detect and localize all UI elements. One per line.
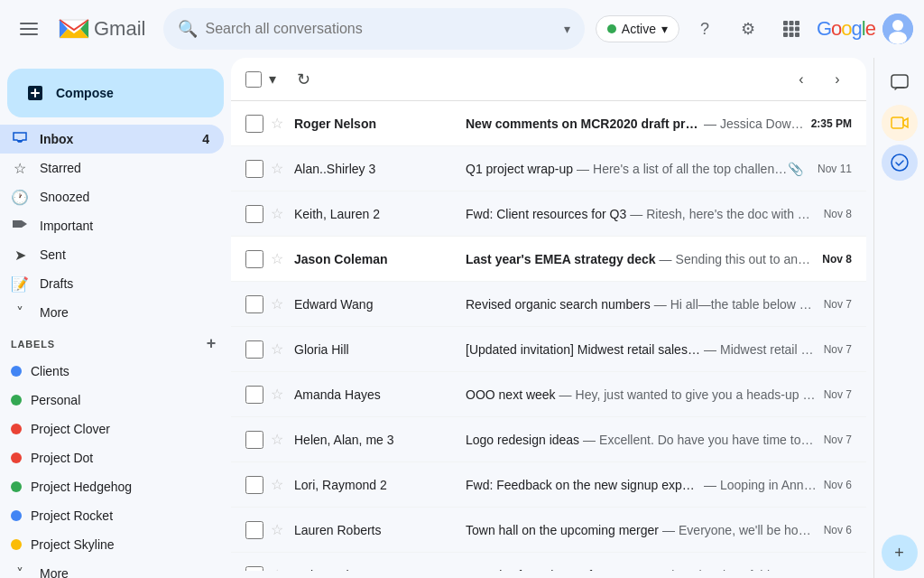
email-star-1[interactable]: ☆ bbox=[271, 160, 283, 177]
attachment-icon-1: 📎 bbox=[788, 162, 803, 176]
search-dropdown-icon[interactable]: ▾ bbox=[564, 22, 570, 36]
labels-section-header: LABELS + bbox=[0, 327, 231, 357]
email-star-0[interactable]: ☆ bbox=[271, 115, 283, 132]
help-button[interactable]: ? bbox=[687, 11, 723, 47]
email-checkbox-2[interactable] bbox=[245, 205, 263, 223]
email-snippet-7: Excellent. Do have you have time to meet… bbox=[599, 433, 817, 447]
email-checkbox-6[interactable] bbox=[245, 386, 263, 404]
email-sender-6: Amanda Hayes bbox=[294, 387, 466, 402]
email-row[interactable]: ☆ Edward Wang Revised organic search num… bbox=[231, 282, 866, 327]
select-all-area[interactable]: ▾ bbox=[245, 65, 282, 94]
refresh-button[interactable]: ↻ bbox=[289, 65, 318, 94]
email-row[interactable]: ☆ Alan..Shirley 3 Q1 project wrap-up — H… bbox=[231, 146, 866, 191]
svg-rect-10 bbox=[789, 33, 793, 37]
email-checkbox-1[interactable] bbox=[245, 160, 263, 178]
label-rocket-dot bbox=[11, 510, 22, 521]
label-project-skyline[interactable]: Project Skyline bbox=[0, 530, 224, 559]
email-row[interactable]: ☆ Helen, Ethan, me 5 Two pics from the c… bbox=[231, 553, 866, 571]
email-subject-10: Two pics from the conference bbox=[466, 568, 631, 572]
svg-point-13 bbox=[892, 20, 903, 31]
email-sender-9: Lauren Roberts bbox=[294, 523, 466, 537]
email-row[interactable]: ☆ Jason Coleman Last year's EMEA strateg… bbox=[231, 237, 866, 282]
email-checkbox-10[interactable] bbox=[245, 566, 263, 572]
compose-button[interactable]: Compose bbox=[7, 69, 224, 117]
email-row[interactable]: ☆ Gloria Hill [Updated invitation] Midwe… bbox=[231, 327, 866, 372]
apps-button[interactable] bbox=[773, 11, 809, 47]
label-personal[interactable]: Personal bbox=[0, 386, 224, 415]
email-star-10[interactable]: ☆ bbox=[271, 566, 283, 571]
email-row[interactable]: ☆ Roger Nelson New comments on MCR2020 d… bbox=[231, 101, 866, 146]
sidebar-item-sent[interactable]: ➤ Sent bbox=[0, 240, 224, 269]
email-dash-5: — bbox=[704, 342, 716, 357]
right-tasks-icon[interactable] bbox=[882, 144, 918, 181]
starred-icon: ☆ bbox=[11, 160, 29, 177]
email-checkbox-0[interactable] bbox=[245, 115, 263, 133]
label-skyline-text: Project Skyline bbox=[31, 537, 115, 552]
settings-button[interactable]: ⚙ bbox=[730, 11, 766, 47]
search-input[interactable] bbox=[205, 21, 556, 37]
label-clover-dot bbox=[11, 424, 22, 434]
email-checkbox-7[interactable] bbox=[245, 431, 263, 449]
email-sender-3: Jason Coleman bbox=[294, 252, 466, 266]
label-clover-text: Project Clover bbox=[31, 422, 110, 436]
label-project-clover[interactable]: Project Clover bbox=[0, 415, 224, 443]
svg-rect-17 bbox=[892, 75, 908, 88]
email-checkbox-9[interactable] bbox=[245, 521, 263, 539]
email-row[interactable]: ☆ Keith, Lauren 2 Fwd: Client resources … bbox=[231, 191, 866, 237]
prev-page-button[interactable]: ‹ bbox=[787, 65, 816, 94]
email-star-8[interactable]: ☆ bbox=[271, 476, 283, 493]
sidebar-item-drafts[interactable]: 📝 Drafts bbox=[0, 269, 224, 298]
sidebar-item-more-labels[interactable]: ˅ More bbox=[0, 559, 224, 578]
email-star-6[interactable]: ☆ bbox=[271, 386, 283, 403]
email-checkbox-3[interactable] bbox=[245, 250, 263, 268]
email-subject-3: Last year's EMEA strategy deck bbox=[466, 252, 656, 266]
email-star-5[interactable]: ☆ bbox=[271, 340, 283, 358]
email-star-2[interactable]: ☆ bbox=[271, 205, 283, 222]
email-row[interactable]: ☆ Amanda Hayes OOO next week — Hey, just… bbox=[231, 372, 866, 417]
label-project-rocket[interactable]: Project Rocket bbox=[0, 501, 224, 530]
select-dropdown-button[interactable]: ▾ bbox=[263, 65, 282, 94]
email-content-7: Logo redesign ideas — Excellent. Do have… bbox=[466, 433, 817, 447]
email-star-4[interactable]: ☆ bbox=[271, 295, 283, 312]
hamburger-button[interactable] bbox=[11, 11, 47, 47]
sidebar-item-snoozed[interactable]: 🕐 Snoozed bbox=[0, 182, 224, 211]
email-dash-7: — bbox=[583, 433, 596, 447]
email-row[interactable]: ☆ Helen, Alan, me 3 Logo redesign ideas … bbox=[231, 417, 866, 462]
right-meet-icon[interactable] bbox=[882, 105, 918, 141]
avatar[interactable] bbox=[882, 14, 913, 44]
email-row[interactable]: ☆ Lori, Raymond 2 Fwd: Feedback on the n… bbox=[231, 462, 866, 508]
email-star-7[interactable]: ☆ bbox=[271, 431, 283, 448]
sidebar-item-more-nav[interactable]: ˅ More bbox=[0, 298, 224, 327]
sidebar-item-important[interactable]: Important bbox=[0, 211, 224, 240]
right-chat-icon[interactable] bbox=[882, 65, 918, 101]
email-time-9: Nov 6 bbox=[824, 524, 852, 536]
email-sender-5: Gloria Hill bbox=[294, 342, 466, 357]
email-star-3[interactable]: ☆ bbox=[271, 250, 283, 267]
email-snippet-8: Looping in Annika. The feedback we've… bbox=[720, 478, 817, 492]
next-page-button[interactable]: › bbox=[823, 65, 852, 94]
email-checkbox-8[interactable] bbox=[245, 476, 263, 494]
email-dash-3: — bbox=[660, 252, 672, 266]
email-content-8: Fwd: Feedback on the new signup experien… bbox=[466, 478, 817, 492]
email-subject-0: New comments on MCR2020 draft presentati… bbox=[466, 117, 700, 131]
label-project-hedgehog[interactable]: Project Hedgehog bbox=[0, 472, 224, 501]
email-sender-8: Lori, Raymond 2 bbox=[294, 478, 466, 492]
label-clients[interactable]: Clients bbox=[0, 357, 224, 386]
email-content-1: Q1 project wrap-up — Here's a list of al… bbox=[466, 162, 788, 176]
sidebar-item-inbox[interactable]: Inbox 4 bbox=[0, 125, 224, 154]
label-clients-text: Clients bbox=[31, 364, 69, 378]
label-project-dot[interactable]: Project Dot bbox=[0, 443, 224, 472]
email-checkbox-5[interactable] bbox=[245, 340, 263, 359]
email-row[interactable]: ☆ Lauren Roberts Town hall on the upcomi… bbox=[231, 508, 866, 553]
select-all-checkbox[interactable] bbox=[245, 71, 262, 88]
sidebar-item-starred[interactable]: ☆ Starred bbox=[0, 154, 224, 182]
label-personal-text: Personal bbox=[31, 393, 80, 407]
add-label-button[interactable]: + bbox=[207, 334, 217, 353]
active-status-button[interactable]: Active ▾ bbox=[596, 15, 679, 42]
search-bar[interactable]: 🔍 ▾ bbox=[163, 8, 584, 50]
email-checkbox-4[interactable] bbox=[245, 295, 263, 313]
email-dash-2: — bbox=[630, 207, 642, 221]
right-add-button[interactable]: + bbox=[882, 535, 918, 571]
email-star-9[interactable]: ☆ bbox=[271, 521, 283, 538]
important-label: Important bbox=[40, 219, 93, 233]
